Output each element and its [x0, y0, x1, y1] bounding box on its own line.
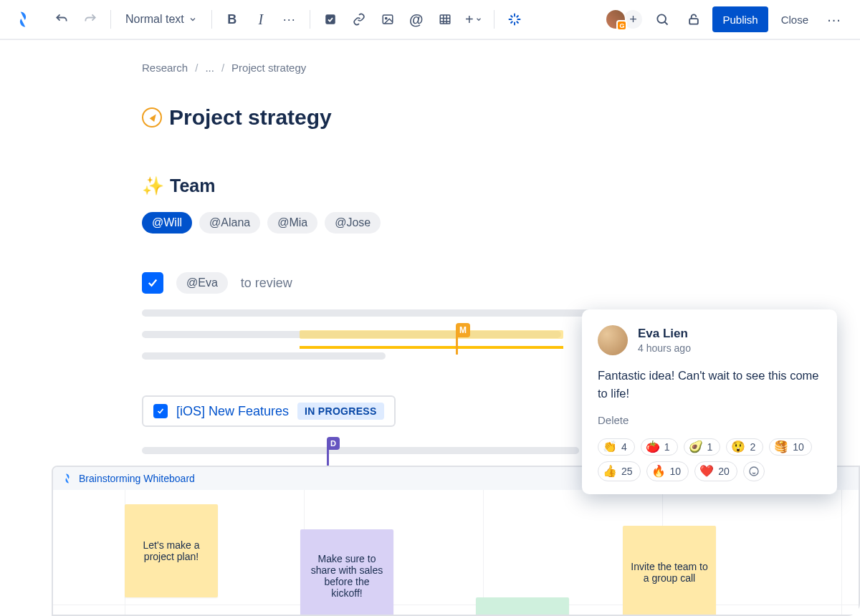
- separator: [110, 10, 111, 29]
- restrictions-button[interactable]: [681, 6, 707, 32]
- placeholder-line: [142, 447, 579, 454]
- breadcrumb-current: Project strategy: [231, 62, 306, 74]
- task-button[interactable]: [317, 6, 343, 32]
- task-checkbox[interactable]: [142, 272, 163, 294]
- link-button[interactable]: [346, 6, 372, 32]
- text-style-dropdown[interactable]: Normal text: [118, 6, 204, 32]
- search-button[interactable]: [649, 6, 675, 32]
- table-button[interactable]: [432, 6, 458, 32]
- avatar[interactable]: [598, 325, 628, 355]
- separator: [310, 10, 310, 29]
- more-actions-button[interactable]: ···: [821, 6, 847, 32]
- reactions-row: 👏4 🍅1 🥑1 😲2 🥞10 👍25 🔥10 ❤️20: [598, 438, 821, 481]
- separator: [494, 10, 494, 29]
- issue-checkbox-icon: [153, 404, 168, 418]
- svg-point-6: [750, 467, 758, 476]
- svg-rect-3: [440, 15, 450, 24]
- avatar[interactable]: G: [605, 9, 626, 30]
- mention-eva[interactable]: @Eva: [176, 272, 228, 294]
- text-style-label: Normal text: [125, 13, 184, 26]
- svg-rect-1: [383, 15, 393, 24]
- editor-toolbar: Normal text B I ··· @ + G + Publish Clos…: [0, 0, 860, 40]
- linked-issue[interactable]: [iOS] New Features IN PROGRESS: [142, 395, 396, 427]
- undo-button[interactable]: [49, 6, 75, 32]
- sticky-note[interactable]: Make sure to share with sales before the…: [300, 529, 393, 616]
- inline-comment-marker-d[interactable]: D: [327, 437, 340, 450]
- comment-author: Eva Lien: [638, 327, 691, 341]
- breadcrumb-mid[interactable]: ...: [205, 62, 214, 74]
- task-note: to review: [241, 276, 292, 291]
- reaction[interactable]: 🔥10: [646, 461, 689, 481]
- reaction[interactable]: 🥞10: [769, 438, 812, 456]
- svg-rect-0: [325, 14, 335, 24]
- presence-avatars[interactable]: G +: [605, 9, 644, 30]
- svg-point-2: [385, 17, 386, 19]
- linked-issue-label[interactable]: [iOS] New Features: [176, 404, 289, 419]
- publish-button[interactable]: Publish: [712, 6, 768, 32]
- breadcrumb-root[interactable]: Research: [142, 62, 188, 74]
- insert-menu[interactable]: +: [461, 6, 487, 32]
- reaction[interactable]: ❤️20: [694, 461, 737, 481]
- avatar-badge: G: [616, 20, 627, 31]
- mention-button[interactable]: @: [403, 6, 429, 32]
- svg-rect-5: [690, 19, 699, 24]
- reaction[interactable]: 👏4: [598, 438, 635, 456]
- status-badge: IN PROGRESS: [297, 403, 384, 420]
- mention-will[interactable]: @Will: [142, 212, 192, 234]
- placeholder-line: [142, 352, 386, 360]
- inline-comment-marker-m[interactable]: M: [456, 323, 470, 337]
- text-highlight-underline: [300, 346, 563, 349]
- separator: [211, 10, 212, 29]
- breadcrumb: Research / ... / Project strategy: [142, 62, 860, 74]
- mention-mia[interactable]: @Mia: [267, 212, 317, 234]
- redo-button[interactable]: [77, 6, 103, 32]
- mention-alana[interactable]: @Alana: [199, 212, 260, 234]
- sticky-note[interactable]: Let's make a project plan!: [125, 504, 218, 597]
- reaction[interactable]: 🥑1: [684, 438, 721, 456]
- delete-comment-button[interactable]: Delete: [598, 414, 629, 426]
- task-row: @Eva to review: [142, 272, 860, 294]
- close-button[interactable]: Close: [774, 6, 816, 32]
- sparkle-icon: ✨: [142, 175, 164, 196]
- sticky-note[interactable]: [476, 597, 569, 616]
- comment-popover: Eva Lien 4 hours ago Fantastic idea! Can…: [582, 309, 837, 494]
- mention-jose[interactable]: @Jose: [325, 212, 381, 234]
- sticky-note[interactable]: Invite the team to a group call: [623, 526, 716, 616]
- text-highlight: [300, 330, 563, 339]
- page-title[interactable]: Project strategy: [169, 105, 332, 130]
- team-heading: Team: [170, 175, 215, 196]
- reaction[interactable]: 👍25: [598, 461, 641, 481]
- whiteboard-grid[interactable]: Let's make a project plan! Make sure to …: [53, 490, 859, 616]
- whiteboard-title: Brainstorming Whiteboard: [79, 473, 195, 484]
- app-logo[interactable]: [10, 6, 36, 32]
- bold-button[interactable]: B: [219, 6, 245, 32]
- svg-point-4: [658, 14, 666, 23]
- compass-icon[interactable]: [142, 107, 162, 127]
- reaction[interactable]: 🍅1: [641, 438, 678, 456]
- comment-body: Fantastic idea! Can't wait to see this c…: [598, 367, 821, 403]
- italic-button[interactable]: I: [248, 6, 274, 32]
- more-formatting-button[interactable]: ···: [277, 6, 302, 32]
- team-chips: @Will @Alana @Mia @Jose: [142, 212, 860, 234]
- image-button[interactable]: [375, 6, 401, 32]
- comment-time: 4 hours ago: [638, 342, 691, 354]
- ai-button[interactable]: [502, 6, 527, 32]
- reaction[interactable]: 😲2: [726, 438, 763, 456]
- add-reaction-button[interactable]: [743, 461, 765, 481]
